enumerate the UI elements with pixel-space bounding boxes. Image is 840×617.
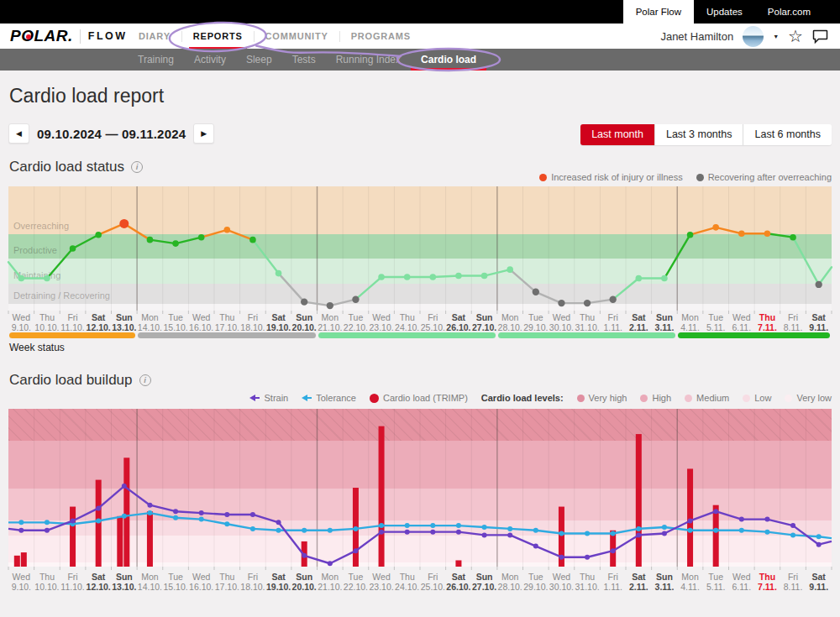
- axis-day-label: Wed9.10.: [8, 312, 34, 332]
- tolerance-point: [173, 515, 178, 520]
- level-dot-icon: [577, 395, 585, 402]
- cardio-load-status-chart[interactable]: OverreachingProductiveMaintainingDetrain…: [8, 186, 832, 311]
- user-menu-caret-icon[interactable]: ▼: [773, 34, 779, 39]
- nav-item-diary[interactable]: DIARY: [128, 24, 181, 49]
- day-name: Wed: [8, 312, 34, 322]
- feedback-chat-icon[interactable]: [812, 29, 828, 44]
- day-date: 18.10.: [240, 322, 266, 332]
- legend-item-tolerance: Tolerance: [302, 393, 356, 403]
- tolerance-marker-icon: [302, 395, 312, 401]
- status-point: [609, 295, 616, 302]
- day-date: 13.10.: [112, 322, 138, 332]
- status-point: [119, 219, 129, 228]
- tolerance-point: [790, 532, 795, 537]
- status-point: [764, 230, 771, 237]
- day-name: Wed: [369, 312, 395, 322]
- axis-day-label: Mon21.10.: [318, 572, 344, 592]
- status-point: [558, 300, 564, 306]
- axis-day-label: Sun27.10.: [471, 572, 497, 592]
- legend-item-level: Very low: [785, 393, 832, 403]
- day-name: Sat: [626, 572, 652, 582]
- legend-label: Cardio load (TRIMP): [383, 393, 468, 403]
- axis-day-label: Thu31.10.: [575, 312, 601, 332]
- subnav-item-running-index[interactable]: Running Index: [326, 49, 411, 71]
- axis-day-label: Tue22.10.: [343, 312, 369, 332]
- status-point: [687, 232, 694, 238]
- day-name: Fri: [420, 572, 446, 582]
- status-point: [738, 230, 745, 237]
- subnav-item-cardio-load[interactable]: Cardio load: [411, 49, 486, 71]
- previous-period-button[interactable]: ◀: [8, 123, 29, 144]
- user-area: Janet Hamilton ▼ ☆: [660, 24, 828, 49]
- strain-point: [276, 520, 281, 525]
- legend-item-level: Low: [743, 393, 771, 403]
- day-name: Tue: [163, 572, 189, 582]
- subnav-item-tests[interactable]: Tests: [282, 49, 326, 71]
- strain-point: [405, 530, 410, 535]
- nav-item-reports[interactable]: REPORTS: [182, 24, 254, 49]
- week-status-segment: [678, 332, 830, 338]
- legend-item-level: Very high: [577, 393, 627, 403]
- day-date: 15.10.: [163, 582, 189, 592]
- strain-point: [199, 510, 204, 515]
- flow-label: FLOW: [88, 30, 128, 42]
- tolerance-point: [328, 528, 333, 533]
- user-avatar[interactable]: [743, 26, 764, 47]
- legend-dot-icon: [539, 174, 547, 181]
- status-info-icon[interactable]: i: [131, 161, 143, 173]
- axis-day-label: Thu24.10.: [394, 312, 420, 332]
- page-title: Cardio load report: [9, 85, 164, 107]
- subnav-item-training[interactable]: Training: [128, 49, 184, 71]
- logo-o-red-dot: O: [21, 27, 34, 45]
- axis-day-label: Sat19.10.: [265, 572, 291, 592]
- day-date: 29.10.: [523, 322, 549, 332]
- user-name[interactable]: Janet Hamilton: [660, 30, 733, 43]
- day-name: Sat: [265, 312, 291, 322]
- next-period-button[interactable]: ▶: [193, 123, 214, 144]
- legend-label: Recovering after overreaching: [708, 172, 832, 182]
- axis-day-label: Sat26.10.: [446, 312, 472, 332]
- day-date: 16.10.: [188, 582, 214, 592]
- day-date: 6.11.: [729, 582, 755, 592]
- range-button-last-3-months[interactable]: Last 3 months: [654, 124, 743, 145]
- day-name: Sat: [86, 312, 112, 322]
- favorites-star-icon[interactable]: ☆: [788, 28, 803, 44]
- status-point: [790, 234, 796, 241]
- range-button-last-month[interactable]: Last month: [580, 124, 654, 145]
- trimp-bar: [14, 556, 20, 567]
- level-dot-icon: [640, 395, 648, 402]
- subnav-item-sleep[interactable]: Sleep: [236, 49, 282, 71]
- day-date: 3.11.: [652, 322, 678, 332]
- legend-label: High: [652, 393, 671, 403]
- day-name: Wed: [549, 572, 575, 582]
- axis-day-label: Wed23.10.: [369, 312, 395, 332]
- top-tab-updates[interactable]: Updates: [694, 0, 755, 24]
- week-status-label: Week status: [9, 342, 65, 353]
- strain-point: [456, 530, 461, 535]
- day-date: 9.10.: [8, 582, 34, 592]
- polar-flow-cardio-load-report-page: { "topbar": { "tabs": [ { "label": "Pola…: [0, 0, 840, 617]
- range-button-last-6-months[interactable]: Last 6 months: [743, 124, 832, 145]
- strain-point: [147, 503, 152, 508]
- day-name: Wed: [188, 572, 214, 582]
- cardio-load-buildup-chart[interactable]: [8, 409, 832, 567]
- day-name: Fri: [600, 312, 626, 322]
- strain-point: [816, 542, 822, 547]
- week-status-bar: [8, 332, 832, 338]
- day-name: Sun: [652, 572, 678, 582]
- nav-item-programs[interactable]: PROGRAMS: [340, 24, 422, 49]
- axis-day-label: Sun20.10.: [291, 572, 318, 592]
- buildup-chart-x-axis: Wed9.10.Thu10.10.Fri11.10.Sat12.10.Sun13…: [8, 572, 832, 592]
- buildup-info-icon[interactable]: i: [139, 374, 151, 386]
- nav-item-community[interactable]: COMMUNITY: [255, 24, 339, 49]
- cardio-load-status-title: Cardio load status: [9, 159, 124, 175]
- top-tab-polar-com[interactable]: Polar.com: [755, 0, 823, 24]
- day-name: Mon: [677, 572, 703, 582]
- legend-item-level: High: [640, 393, 671, 403]
- polar-logo[interactable]: POLAR. FLOW: [10, 24, 128, 49]
- strain-point: [507, 532, 512, 537]
- date-range-label: 09.10.2024 — 09.11.2024: [37, 127, 186, 141]
- day-date: 7.11.: [754, 582, 780, 592]
- top-tab-polar-flow[interactable]: Polar Flow: [623, 0, 694, 24]
- subnav-item-activity[interactable]: Activity: [184, 49, 236, 71]
